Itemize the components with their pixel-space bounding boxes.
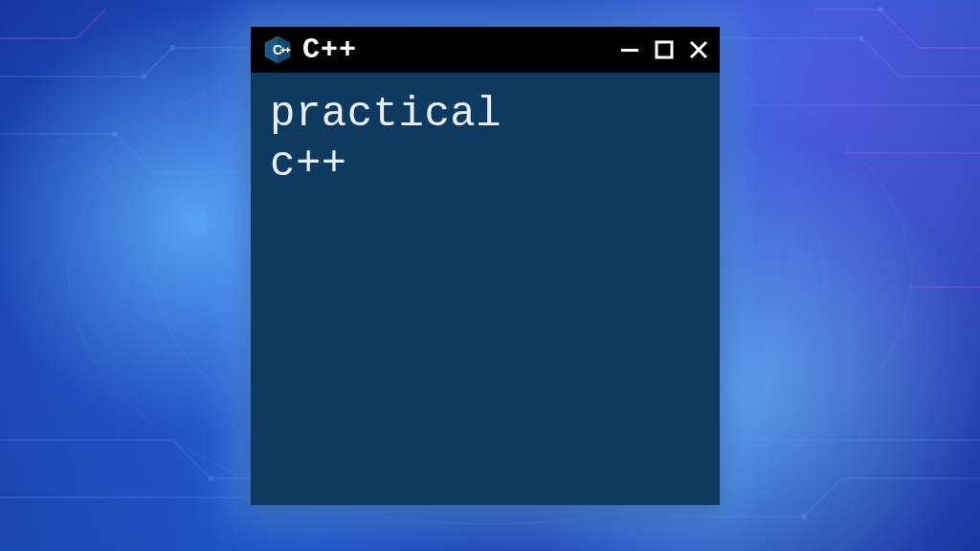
svg-point-6 <box>878 7 883 12</box>
cpp-logo-icon: C <box>262 34 293 65</box>
svg-point-1 <box>169 45 175 51</box>
svg-rect-16 <box>621 49 638 52</box>
close-icon <box>688 39 709 60</box>
window-controls <box>618 38 710 61</box>
close-button[interactable] <box>687 38 710 61</box>
content-line-2: c++ <box>270 140 701 189</box>
svg-rect-15 <box>285 50 291 52</box>
window-title: C++ <box>302 33 609 66</box>
maximize-button[interactable] <box>653 38 676 61</box>
svg-point-4 <box>801 514 807 519</box>
svg-rect-13 <box>280 50 286 52</box>
svg-point-0 <box>141 74 146 79</box>
terminal-window: C C++ <box>251 27 720 505</box>
svg-rect-17 <box>657 42 672 57</box>
maximize-icon <box>655 40 674 59</box>
svg-point-3 <box>858 35 864 41</box>
minimize-icon <box>620 40 639 59</box>
terminal-content[interactable]: practical c++ <box>251 73 720 505</box>
titlebar[interactable]: C C++ <box>251 27 720 73</box>
content-line-1: practical <box>270 90 701 140</box>
svg-point-2 <box>112 131 118 137</box>
minimize-button[interactable] <box>618 38 641 61</box>
svg-point-5 <box>208 475 213 481</box>
